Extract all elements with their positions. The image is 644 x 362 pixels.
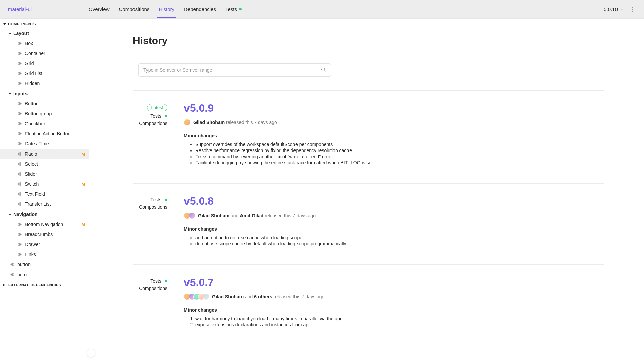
sidebar-item-label: Button group	[25, 111, 52, 116]
svg-point-40	[19, 154, 20, 154]
change-list: add an option to not use cache when load…	[184, 235, 604, 246]
version-tag[interactable]: v5.0.9	[184, 102, 604, 114]
svg-point-64	[19, 224, 20, 225]
sidebar-group-label: Layout	[13, 31, 29, 36]
sidebar-group-navigation[interactable]: Navigation	[0, 209, 89, 219]
version-row: LatestTestsCompositionsv5.0.9Gilad Shoha…	[133, 90, 604, 183]
divider	[133, 56, 604, 56]
version-tag[interactable]: v5.0.7	[184, 276, 604, 289]
sidebar-item-links[interactable]: Links	[0, 249, 89, 259]
chevron-down-icon	[9, 214, 11, 215]
sidebar-item-bottom-navigation[interactable]: Bottom NavigationM	[0, 219, 89, 229]
sidebar-item-button[interactable]: Button	[0, 99, 89, 109]
svg-line-89	[324, 71, 325, 72]
more-menu[interactable]	[629, 6, 636, 13]
component-icon	[17, 111, 22, 116]
version-body: v5.0.7Gilad Shoham and 6 others released…	[175, 276, 604, 328]
meta-label: Tests	[150, 113, 161, 119]
sidebar-item-container[interactable]: Container	[0, 48, 89, 58]
sidebar-item-label: Select	[25, 161, 38, 167]
change-item: Support overrides of the workspace defau…	[195, 142, 604, 147]
svg-point-32	[19, 133, 20, 134]
change-item: Resolve performance regression by fixing…	[195, 148, 604, 153]
release-line: Gilad Shoham released this 7 days ago	[184, 119, 604, 126]
component-icon	[17, 141, 22, 146]
changes-section-title: Minor changes	[184, 226, 604, 232]
svg-point-56	[19, 194, 20, 194]
avatar-group	[184, 293, 209, 300]
sidebar-section-label: External Dependencies	[8, 283, 61, 287]
version-meta: TestsCompositions	[133, 276, 175, 328]
tab-overview[interactable]: Overview	[89, 0, 110, 18]
svg-point-76	[19, 254, 20, 255]
modified-badge: M	[81, 182, 85, 187]
compositions-link[interactable]: Compositions	[139, 204, 167, 210]
sidebar-section-label: Components	[8, 22, 36, 26]
version-tag[interactable]: v5.0.8	[184, 195, 604, 207]
meta-label: Tests	[150, 278, 161, 284]
avatar	[184, 119, 191, 126]
sidebar-item-box[interactable]: Box	[0, 38, 89, 48]
sidebar-item-select[interactable]: Select	[0, 159, 89, 169]
sidebar-item-breadcrumbs[interactable]: Breadcrumbs	[0, 229, 89, 239]
tests-link[interactable]: Tests	[150, 113, 167, 119]
tab-dependencies[interactable]: Dependencies	[184, 0, 216, 18]
search-icon	[321, 67, 326, 73]
brand-link[interactable]: material-ui	[8, 6, 89, 12]
compositions-link[interactable]: Compositions	[139, 121, 167, 126]
sidebar-item-button[interactable]: button	[0, 259, 89, 269]
sidebar-item-date-time[interactable]: Date / Time	[0, 139, 89, 149]
component-icon	[10, 262, 15, 267]
sidebar-group-inputs[interactable]: Inputs	[0, 88, 89, 99]
component-icon	[17, 152, 22, 156]
sidebar-item-floating-action-button[interactable]: Floating Action Button	[0, 129, 89, 139]
version-meta: LatestTestsCompositions	[133, 102, 175, 166]
sidebar-collapse-handle[interactable]	[87, 349, 95, 357]
sidebar-item-label: Date / Time	[25, 141, 49, 146]
sidebar-section-external[interactable]: External Dependencies	[0, 280, 89, 289]
version-row: TestsCompositionsv5.0.8Gilad Shoham and …	[133, 183, 604, 264]
tab-history[interactable]: History	[159, 0, 174, 18]
sidebar-item-label: Links	[25, 252, 36, 257]
change-item: Fix ssh command by reverting another fix…	[195, 154, 604, 159]
component-icon	[17, 182, 22, 186]
sidebar-item-label: Radio	[25, 151, 37, 157]
compositions-link[interactable]: Compositions	[139, 286, 167, 291]
sidebar-item-button-group[interactable]: Button group	[0, 109, 89, 119]
svg-point-20	[19, 103, 20, 104]
component-icon	[17, 222, 22, 227]
sidebar-item-transfer-list[interactable]: Transfer List	[0, 199, 89, 209]
semver-search-input[interactable]	[143, 67, 321, 73]
sidebar-item-grid[interactable]: Grid	[0, 58, 89, 68]
sidebar-item-label: Checkbox	[25, 121, 46, 126]
sidebar-item-checkbox[interactable]: Checkbox	[0, 119, 89, 129]
sidebar-item-label: Breadcrumbs	[25, 232, 53, 237]
sidebar-item-text-field[interactable]: Text Field	[0, 189, 89, 199]
version-selector[interactable]: 5.0.10	[604, 6, 624, 12]
chevron-down-icon	[9, 93, 11, 95]
component-icon	[17, 71, 22, 76]
release-line: Gilad Shoham and Amit Gilad released thi…	[184, 212, 604, 219]
sidebar-item-label: Transfer List	[25, 201, 51, 207]
sidebar-item-label: Drawer	[25, 242, 40, 247]
sidebar-section-components[interactable]: Components	[0, 19, 89, 28]
semver-search[interactable]	[138, 63, 331, 77]
svg-point-48	[19, 174, 20, 174]
sidebar-item-slider[interactable]: Slider	[0, 169, 89, 179]
sidebar-item-drawer[interactable]: Drawer	[0, 239, 89, 249]
tests-link[interactable]: Tests	[150, 278, 167, 284]
svg-point-84	[12, 274, 13, 275]
sidebar-item-switch[interactable]: SwitchM	[0, 179, 89, 189]
svg-point-72	[19, 244, 20, 245]
version-row: TestsCompositionsv5.0.7Gilad Shoham and …	[133, 264, 604, 346]
sidebar-item-hero[interactable]: hero	[0, 269, 89, 280]
sidebar-item-radio[interactable]: RadioM	[0, 149, 89, 159]
change-item: Facilitate debugging by showing the enti…	[195, 160, 604, 165]
tab-compositions[interactable]: Compositions	[119, 0, 150, 18]
tab-tests[interactable]: Tests	[225, 0, 241, 18]
sidebar-item-hidden[interactable]: Hidden	[0, 78, 89, 88]
sidebar-group-layout[interactable]: Layout	[0, 28, 89, 38]
sidebar-item-grid-list[interactable]: Grid List	[0, 68, 89, 78]
chevron-down-icon	[620, 7, 624, 11]
tests-link[interactable]: Tests	[150, 197, 167, 202]
